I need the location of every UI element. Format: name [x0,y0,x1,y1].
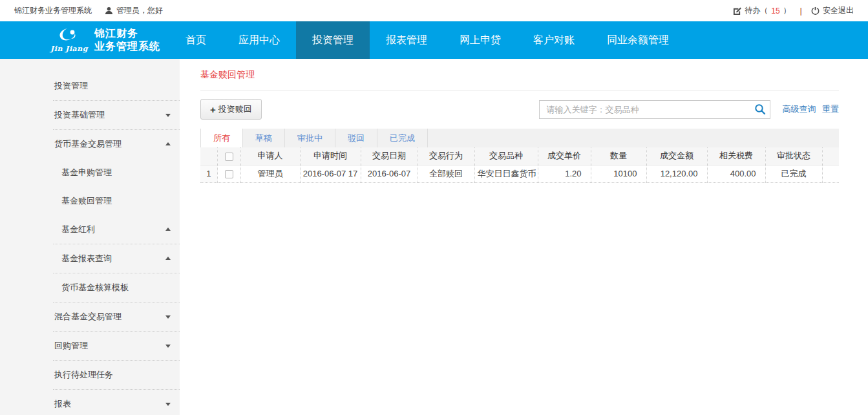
header-unit-price: 成交单价 [538,147,591,165]
header-trade-product: 交易品种 [474,147,538,165]
chevron-down-icon [165,345,171,348]
sidebar-item-fund-dividend[interactable]: 基金红利 [53,215,180,244]
nav-item-reports[interactable]: 报表管理 [370,21,443,59]
header-trade-action: 交易行为 [418,147,474,165]
todo-label: 待办（ [745,5,768,16]
tab-all[interactable]: 所有 [200,129,242,147]
header-related-tax: 相关税费 [707,147,765,165]
reset-link[interactable]: 重置 [822,104,839,114]
header-trade-date: 交易日期 [361,147,418,165]
logout-label: 安全退出 [823,5,854,16]
header-quantity: 数量 [591,147,646,165]
user-greeting-group: 管理员，您好 [105,5,163,16]
page-title: 基金赎回管理 [200,69,839,90]
search-button[interactable] [754,103,767,116]
sidebar-item-label: 货币基金交易管理 [54,139,122,149]
advanced-query-link[interactable]: 高级查询 [782,104,816,114]
main-panel: 基金赎回管理 + 投资赎回 高级查询 重置 [180,59,868,415]
sidebar-item-reports[interactable]: 报表 [53,390,180,415]
logo-line2: 业务管理系统 [94,40,160,53]
sidebar-item-fund-redemption-mgmt[interactable]: 基金赎回管理 [53,187,180,215]
nav-item-interbank-balance[interactable]: 同业余额管理 [591,21,685,59]
select-all-checkbox[interactable] [225,153,233,161]
topbar-separator: | [800,6,802,16]
sidebar-item-label: 投资基础管理 [54,110,105,120]
plus-icon: + [210,105,216,114]
row-checkbox-cell [217,165,240,182]
cell-trade-date: 2016-06-07 [361,165,418,182]
nav-menu: 首页 应用中心 投资管理 报表管理 网上申贷 客户对账 同业余额管理 [169,21,685,59]
cell-deal-amount: 12,120.00 [646,165,707,182]
sidebar-item-label: 混合基金交易管理 [54,312,122,321]
sidebar-item-investment-basic-mgmt[interactable]: 投资基础管理 [53,101,180,130]
header-deal-amount: 成交金额 [646,147,707,165]
sidebar-item-fund-report-query[interactable]: 基金报表查询 [53,244,180,273]
logo-mark: Jin Jiang [50,27,88,53]
header-apply-time: 申请时间 [300,147,361,165]
sidebar: 投资管理 投资基础管理 货币基金交易管理 基金申购管理 基金赎回管理 基金红利 … [0,59,180,415]
main-navbar: Jin Jiang 锦江财务 业务管理系统 首页 应用中心 投资管理 报表管理 … [0,21,868,59]
nav-item-online-loan[interactable]: 网上申贷 [443,21,517,59]
cell-trade-product: 华安日日鑫货币 [474,165,538,182]
cell-filler [822,165,839,182]
chevron-down-icon [165,403,171,406]
chevron-up-icon [165,228,171,231]
table-header-row: 申请人 申请时间 交易日期 交易行为 交易品种 成交单价 数量 成交金额 相关税… [200,147,839,165]
logo-title: 锦江财务 业务管理系统 [94,27,160,53]
tab-completed[interactable]: 已完成 [377,129,428,147]
nav-item-investment[interactable]: 投资管理 [296,21,370,59]
nav-item-app-center[interactable]: 应用中心 [222,21,296,59]
cell-quantity: 10100 [591,165,646,182]
brand-logo[interactable]: Jin Jiang 锦江财务 业务管理系统 [50,21,160,59]
sidebar-item-fund-subscription-mgmt[interactable]: 基金申购管理 [53,158,180,187]
search-input[interactable] [539,100,770,119]
cell-trade-action: 全部赎回 [418,165,474,182]
header-approval-status: 审批状态 [765,147,822,165]
sidebar-item-money-fund-accounting-template[interactable]: 货币基金核算模板 [53,273,180,303]
content-area: 投资管理 投资基础管理 货币基金交易管理 基金申购管理 基金赎回管理 基金红利 … [0,59,868,415]
sidebar-item-repurchase-mgmt[interactable]: 回购管理 [53,332,180,361]
status-tabstrip: 所有 草稿 审批中 驳回 已完成 [200,129,839,147]
toolbar: + 投资赎回 高级查询 重置 [200,99,839,120]
jinjiang-swoosh-icon [58,27,80,47]
search-box [539,100,770,119]
table-row[interactable]: 1 管理员 2016-06-07 17 2016-06-07 全部赎回 华安日日… [200,165,839,182]
nav-item-customer-reconciliation[interactable]: 客户对账 [517,21,591,59]
logout-link[interactable]: 安全退出 [811,5,854,16]
user-greeting: 管理员，您好 [116,5,163,16]
sidebar-item-label: 基金红利 [61,224,95,234]
add-redemption-button[interactable]: + 投资赎回 [200,99,262,120]
chevron-up-icon [165,257,171,260]
search-icon [754,103,766,115]
chevron-down-icon [165,114,171,117]
tab-rejected[interactable]: 驳回 [335,129,377,147]
cell-related-tax: 400.00 [707,165,765,182]
add-button-label: 投资赎回 [218,103,252,115]
sidebar-item-money-fund-trade-mgmt[interactable]: 货币基金交易管理 [53,130,180,158]
cell-approval-status: 已完成 [765,165,822,182]
redemption-table: 申请人 申请时间 交易日期 交易行为 交易品种 成交单价 数量 成交金额 相关税… [200,147,839,183]
sidebar-item-label: 报表 [54,399,71,409]
nav-item-home[interactable]: 首页 [169,21,222,59]
tab-draft[interactable]: 草稿 [242,129,284,147]
user-icon [105,6,113,15]
top-bar: 锦江财务业务管理系统 管理员，您好 待办（15） | 安全退出 [0,0,868,21]
header-filler [822,147,839,165]
edit-icon [733,6,741,15]
cell-apply-time: 2016-06-07 17 [300,165,361,182]
todo-suffix: ） [783,5,791,16]
todo-count: 15 [771,6,779,16]
sidebar-item-mixed-fund-trade-mgmt[interactable]: 混合基金交易管理 [53,303,180,332]
sidebar-item-pending-tasks[interactable]: 执行待处理任务 [53,361,180,390]
sidebar-item-investment-mgmt[interactable]: 投资管理 [53,72,180,101]
logo-script: Jin Jiang [50,45,88,53]
chevron-down-icon [165,315,171,319]
row-index: 1 [200,165,217,182]
sidebar-item-label: 回购管理 [54,341,88,350]
header-index [200,147,217,165]
row-checkbox[interactable] [225,170,233,178]
tab-in-approval[interactable]: 审批中 [284,129,335,147]
chevron-up-icon [165,142,171,145]
header-applicant: 申请人 [240,147,300,165]
todo-link[interactable]: 待办（15） [733,5,790,16]
